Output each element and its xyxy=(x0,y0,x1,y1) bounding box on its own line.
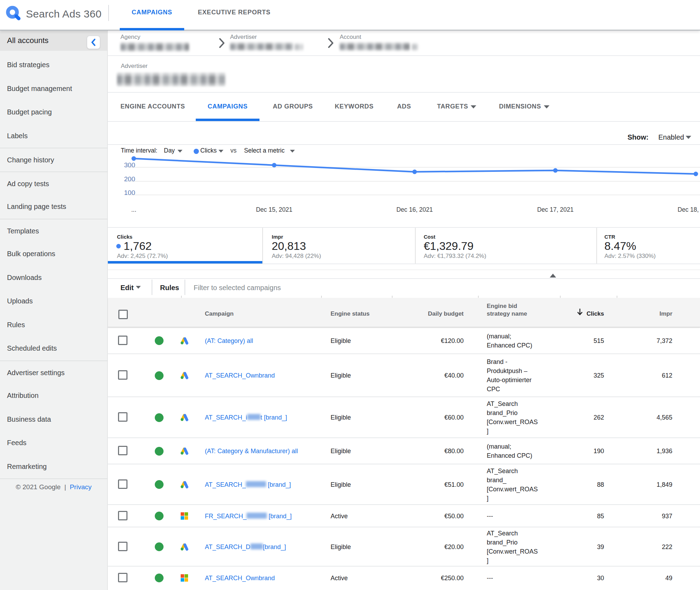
svg-text:Dec 16, 2021: Dec 16, 2021 xyxy=(396,206,433,213)
svg-text:200: 200 xyxy=(124,175,135,183)
svg-text:Dec 17, 2021: Dec 17, 2021 xyxy=(537,206,574,213)
svg-text:300: 300 xyxy=(124,161,135,169)
svg-text:100: 100 xyxy=(124,189,135,196)
svg-text:Dec 18, 2021: Dec 18, 2021 xyxy=(678,206,700,213)
svg-text:Dec 15, 2021: Dec 15, 2021 xyxy=(256,206,292,213)
svg-text:...: ... xyxy=(131,206,137,213)
